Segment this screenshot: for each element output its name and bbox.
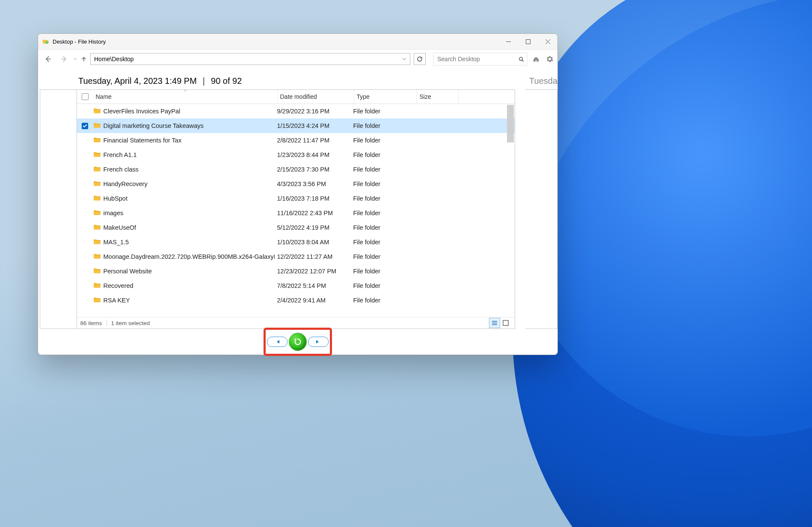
folder-icon: [93, 281, 104, 290]
folder-icon: [93, 296, 104, 305]
table-row[interactable]: French class2/15/2023 7:30 PMFile folder: [77, 162, 515, 177]
cell-date: 4/3/2023 3:56 PM: [275, 181, 351, 187]
folder-icon: [93, 238, 104, 247]
up-button[interactable]: [79, 56, 89, 62]
titlebar: Desktop - File History: [38, 34, 557, 50]
annotation-highlight: [264, 328, 332, 356]
scrollbar[interactable]: [507, 105, 514, 142]
row-checkbox[interactable]: [77, 123, 93, 129]
column-headers: Name ⌃ Date modified Type Size: [77, 90, 515, 104]
table-row[interactable]: MAS_1.51/10/2023 8:04 AMFile folder: [77, 235, 515, 249]
table-row[interactable]: Digital marketing Course Takeaways1/15/2…: [77, 118, 515, 133]
cell-date: 1/15/2023 4:24 PM: [275, 122, 351, 129]
file-rows: CleverFiles Invoices PayPal9/29/2022 3:1…: [77, 104, 515, 317]
cell-type: File folder: [351, 108, 413, 115]
folder-icon: [93, 151, 104, 160]
cell-name: French class: [93, 165, 275, 174]
table-row[interactable]: Moonage.Daydream.2022.720p.WEBRip.900MB.…: [77, 249, 515, 264]
table-row[interactable]: RSA KEY2/4/2022 9:41 AMFile folder: [77, 293, 515, 308]
cell-type: File folder: [351, 239, 413, 246]
table-row[interactable]: images11/16/2022 2:43 PMFile folder: [77, 206, 515, 220]
gear-icon[interactable]: [545, 54, 555, 64]
search-box[interactable]: [433, 53, 528, 65]
back-button[interactable]: [41, 52, 55, 66]
cell-date: 11/16/2022 2:43 PM: [275, 210, 351, 216]
cell-name: HubSpot: [93, 194, 275, 203]
table-row[interactable]: HubSpot1/16/2023 7:18 PMFile folder: [77, 191, 515, 206]
cell-name: Digital marketing Course Takeaways: [93, 121, 275, 130]
column-size[interactable]: Size: [417, 90, 459, 104]
cell-date: 12/23/2022 12:07 PM: [275, 268, 351, 275]
sort-indicator-icon: ⌃: [184, 89, 187, 94]
cell-name: Recovered: [93, 281, 275, 290]
cell-name: RSA KEY: [93, 296, 275, 305]
svg-rect-3: [503, 320, 508, 326]
file-history-window: Desktop - File History: [38, 33, 558, 355]
view-details-button[interactable]: [489, 318, 500, 328]
folder-icon: [93, 209, 104, 218]
maximize-button[interactable]: [518, 34, 538, 49]
cell-date: 1/10/2023 8:04 AM: [275, 239, 351, 246]
cell-name: MAS_1.5: [93, 238, 275, 247]
cell-name: HandyRecovery: [93, 180, 275, 189]
cell-date: 7/8/2022 5:14 PM: [275, 282, 351, 289]
folder-icon: [93, 165, 104, 174]
cell-type: File folder: [351, 268, 413, 275]
nav-toolbar: [38, 50, 557, 68]
folder-icon: [93, 180, 104, 189]
cell-type: File folder: [351, 181, 413, 187]
address-input[interactable]: [91, 53, 399, 65]
cell-date: 1/23/2023 8:44 PM: [275, 151, 351, 158]
search-input[interactable]: [434, 56, 516, 62]
column-name[interactable]: Name ⌃: [93, 90, 278, 104]
cell-type: File folder: [351, 253, 413, 260]
version-counter: 90 of 92: [211, 76, 242, 86]
column-date[interactable]: Date modified: [278, 90, 354, 104]
column-type[interactable]: Type: [354, 90, 417, 104]
table-row[interactable]: Recovered7/8/2022 5:14 PMFile folder: [77, 278, 515, 293]
folder-icon: [93, 107, 104, 116]
cell-type: File folder: [351, 137, 413, 144]
version-timestamp: Tuesday, April 4, 2023 1:49 PM: [78, 76, 197, 86]
minimize-button[interactable]: [498, 34, 518, 49]
cell-date: 2/4/2022 9:41 AM: [275, 297, 351, 304]
cell-type: File folder: [351, 282, 413, 289]
cell-name: Moonage.Daydream.2022.720p.WEBRip.900MB.…: [93, 252, 275, 261]
view-icons-button[interactable]: [500, 318, 511, 328]
cell-date: 1/16/2023 7:18 PM: [275, 195, 351, 202]
next-version-peek: Tuesda: [529, 76, 557, 86]
cell-type: File folder: [351, 122, 413, 129]
status-items: 86 items: [80, 320, 102, 326]
history-dropdown[interactable]: [73, 57, 77, 61]
status-bar: 86 items 1 item selected: [77, 317, 515, 329]
cell-name: images: [93, 209, 275, 218]
table-row[interactable]: Personal Website12/23/2022 12:07 PMFile …: [77, 264, 515, 278]
select-all-checkbox[interactable]: [77, 93, 93, 100]
forward-button[interactable]: [57, 52, 71, 66]
table-row[interactable]: Financial Statements for Tax2/8/2022 11:…: [77, 133, 515, 148]
cell-name: CleverFiles Invoices PayPal: [93, 107, 275, 116]
table-row[interactable]: CleverFiles Invoices PayPal9/29/2022 3:1…: [77, 104, 515, 118]
file-list-pane: Name ⌃ Date modified Type Size CleverFil…: [77, 89, 516, 329]
folder-icon: [93, 223, 104, 232]
cell-type: File folder: [351, 166, 413, 173]
folder-icon: [93, 121, 104, 130]
table-row[interactable]: MakeUseOf5/12/2022 4:19 PMFile folder: [77, 220, 515, 235]
cell-type: File folder: [351, 224, 413, 231]
search-icon[interactable]: [516, 56, 527, 62]
window-title: Desktop - File History: [53, 38, 106, 45]
home-icon[interactable]: [531, 54, 541, 64]
address-dropdown[interactable]: [399, 53, 410, 65]
table-row[interactable]: HandyRecovery4/3/2023 3:56 PMFile folder: [77, 177, 515, 191]
cell-date: 9/29/2022 3:16 PM: [275, 108, 351, 115]
address-bar[interactable]: [90, 53, 410, 65]
next-version-pane[interactable]: [525, 89, 557, 329]
refresh-button[interactable]: [414, 53, 426, 65]
cell-date: 5/12/2022 4:19 PM: [275, 224, 351, 231]
table-row[interactable]: French A1.11/23/2023 8:44 PMFile folder: [77, 148, 515, 162]
close-button[interactable]: [538, 34, 557, 49]
prev-version-pane[interactable]: [40, 89, 77, 329]
status-selected: 1 item selected: [111, 320, 150, 326]
cell-date: 2/8/2022 11:47 PM: [275, 137, 351, 144]
cell-name: MakeUseOf: [93, 223, 275, 232]
